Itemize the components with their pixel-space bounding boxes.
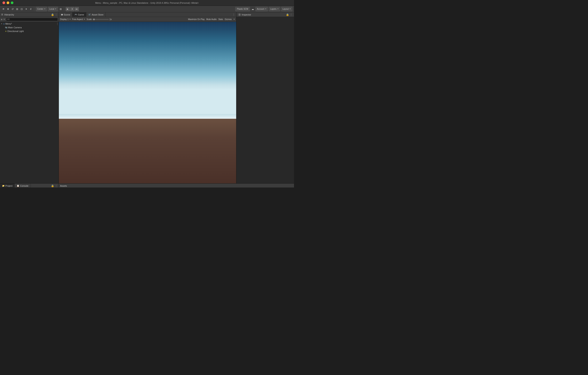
scale-slider[interactable] xyxy=(92,19,109,20)
hierarchy-tree: ▼ ⊙ Menu* ⋮ 📷 Main Camera ☀ Directional … xyxy=(0,22,59,183)
account-button[interactable]: Account ▼ xyxy=(255,7,268,11)
play-button[interactable]: ▶ xyxy=(66,7,70,11)
grid-button[interactable]: ⊞ xyxy=(59,7,63,11)
main-toolbar: 👁 ✥ ↺ ⊞ ⊡ ✦ # Center ▼ Local ▼ ⊞ ▶ ⏸ ⏭ P… xyxy=(0,6,294,12)
asset-store-tab-icon: 🛒 xyxy=(88,13,91,16)
hierarchy-search-input[interactable] xyxy=(6,18,58,21)
console-tab-label: Console xyxy=(20,185,28,187)
hierarchy-item-main-camera[interactable]: 📷 Main Camera xyxy=(0,26,59,29)
project-tabs: 📁 Project 📋 Console 🔒 ⋮ xyxy=(0,183,59,188)
cloud-button[interactable]: ☁ xyxy=(251,7,255,11)
window-controls xyxy=(2,1,13,4)
eye-tool-button[interactable]: 👁 xyxy=(2,7,5,11)
hierarchy-lock-icon[interactable]: 🔒 xyxy=(51,13,54,16)
scale-thumb xyxy=(93,19,95,20)
layout-button[interactable]: Layout ▼ xyxy=(281,7,292,11)
console-tab-icon: 📋 xyxy=(17,185,19,187)
toolbar-separator-2 xyxy=(64,7,64,11)
stats-button[interactable]: Stats xyxy=(218,18,223,21)
window-title: Menu - Menu_sample - PC, Mac & Linux Sta… xyxy=(95,2,199,4)
layers-dropdown-arrow: ▼ xyxy=(277,8,279,10)
minimize-button[interactable] xyxy=(7,1,9,4)
game-toolbar-right: Maximize On Play Mute Audio Stats Gizmos… xyxy=(188,18,235,21)
hierarchy-more-icon[interactable]: ⋮ xyxy=(55,13,57,16)
close-button[interactable] xyxy=(2,1,5,4)
layers-button[interactable]: Layers ▼ xyxy=(269,7,280,11)
assets-title: Assets xyxy=(60,185,67,187)
inspector-more-icon[interactable]: ⋮ xyxy=(290,13,292,16)
display-selector[interactable]: Display 1 ▼ xyxy=(60,18,71,21)
scale-tool-button[interactable]: ⊞ xyxy=(15,7,19,11)
hierarchy-item-menu[interactable]: ▼ ⊙ Menu* ⋮ xyxy=(0,22,59,26)
game-tabs-more-icon[interactable]: ⋮ xyxy=(232,13,235,16)
step-button[interactable]: ⏭ xyxy=(75,7,79,11)
hierarchy-toolbar: + ▼ xyxy=(0,17,59,22)
tab-game[interactable]: 🎮 Game xyxy=(73,12,86,17)
tab-project[interactable]: 📁 Project xyxy=(0,183,15,188)
project-tab-label: Project xyxy=(5,185,12,187)
hierarchy-directional-light-label: Directional Light xyxy=(7,30,24,32)
game-view xyxy=(59,22,236,183)
title-bar: Menu - Menu_sample - PC, Mac & Linux Sta… xyxy=(0,0,294,6)
aspect-dropdown-arrow: ▼ xyxy=(84,18,85,20)
project-lock-icon[interactable]: 🔒 xyxy=(51,184,54,187)
mute-audio-button[interactable]: Mute Audio xyxy=(206,18,217,21)
maximize-button[interactable] xyxy=(11,1,13,4)
aspect-label: Free Aspect xyxy=(72,18,83,21)
inspector-lock-icon[interactable]: 🔒 xyxy=(286,13,289,16)
display-label: Display 1 xyxy=(60,18,69,21)
bottom-layout: 📁 Project 📋 Console 🔒 ⋮ + ▼ ★ Favorites xyxy=(0,183,294,188)
tab-console[interactable]: 📋 Console xyxy=(15,183,31,188)
rotate-tool-button[interactable]: ↺ xyxy=(11,7,14,11)
project-panel: 📁 Project 📋 Console 🔒 ⋮ + ▼ ★ Favorites xyxy=(0,183,59,188)
project-tabs-actions: 🔒 ⋮ xyxy=(51,184,59,187)
add-dropdown-icon[interactable]: ▼ xyxy=(3,18,5,21)
plastic-scm-button[interactable]: Plastic SCM xyxy=(235,7,250,11)
hierarchy-menu-label: Menu* xyxy=(5,22,12,25)
assets-panel: Assets ⊞ 🏷 ★ 🔧9 BlackMetal... # Men xyxy=(59,183,294,188)
light-icon: ☀ xyxy=(5,30,7,32)
game-tab-label: Game xyxy=(78,13,84,16)
gizmos-dropdown-arrow: ▼ xyxy=(233,18,235,20)
game-tabs: 🏔 Scene 🎮 Game 🛒 Asset Store ⋮ xyxy=(59,12,236,17)
layout-label: Layout xyxy=(283,8,289,10)
plastic-scm-label: Plastic SCM xyxy=(237,8,248,10)
tab-scene[interactable]: 🏔 Scene xyxy=(59,12,73,17)
hierarchy-item-directional-light[interactable]: ☀ Directional Light xyxy=(0,29,59,33)
hierarchy-header: ☰ Hierarchy 🔒 ⋮ xyxy=(0,12,59,17)
inspector-info-icon: ℹ xyxy=(238,13,241,16)
center-panel: 🏔 Scene 🎮 Game 🛒 Asset Store ⋮ Display 1… xyxy=(59,12,236,183)
asset-store-tab-label: Asset Store xyxy=(92,13,104,16)
scale-control: Scale 1x xyxy=(86,18,112,21)
inspector-header: ℹ Inspector 🔒 ⋮ xyxy=(236,12,294,17)
project-more-icon[interactable]: ⋮ xyxy=(55,184,57,187)
game-tabs-actions: ⋮ xyxy=(232,13,236,16)
layout-dropdown-arrow: ▼ xyxy=(289,8,291,10)
camera-icon: 📷 xyxy=(5,26,7,29)
scale-value: 1x xyxy=(109,18,112,21)
rect-tool-button[interactable]: ⊡ xyxy=(20,7,23,11)
play-controls: ▶ ⏸ ⏭ xyxy=(66,7,79,11)
account-label: Account xyxy=(257,8,264,10)
gizmos-button[interactable]: Gizmos xyxy=(225,18,232,21)
hierarchy-main-camera-label: Main Camera xyxy=(8,26,22,29)
move-tool-button[interactable]: ✥ xyxy=(6,7,10,11)
pause-button[interactable]: ⏸ xyxy=(70,7,74,11)
add-hierarchy-button[interactable]: + xyxy=(1,18,2,21)
assets-header: Assets xyxy=(59,183,294,188)
inspector-title: Inspector xyxy=(242,13,251,16)
center-button[interactable]: Center ▼ xyxy=(36,7,47,11)
hierarchy-item-more-icon[interactable]: ⋮ xyxy=(56,22,59,25)
maximize-on-play-button[interactable]: Maximize On Play xyxy=(188,18,205,21)
scale-label: Scale xyxy=(86,18,92,21)
aspect-selector[interactable]: Free Aspect ▼ xyxy=(72,18,85,21)
local-button[interactable]: Local ▼ xyxy=(48,7,58,11)
inspector-panel: ℹ Inspector 🔒 ⋮ xyxy=(236,12,294,183)
center-label: Center xyxy=(37,8,43,10)
transform-tool-button[interactable]: ✦ xyxy=(24,7,28,11)
custom-tool-button[interactable]: # xyxy=(29,7,33,11)
center-dropdown-arrow: ▼ xyxy=(44,8,46,10)
hierarchy-menu-icon: ☰ xyxy=(1,13,3,16)
menu-expand-arrow: ▼ xyxy=(1,23,2,25)
tab-asset-store[interactable]: 🛒 Asset Store xyxy=(86,12,106,17)
